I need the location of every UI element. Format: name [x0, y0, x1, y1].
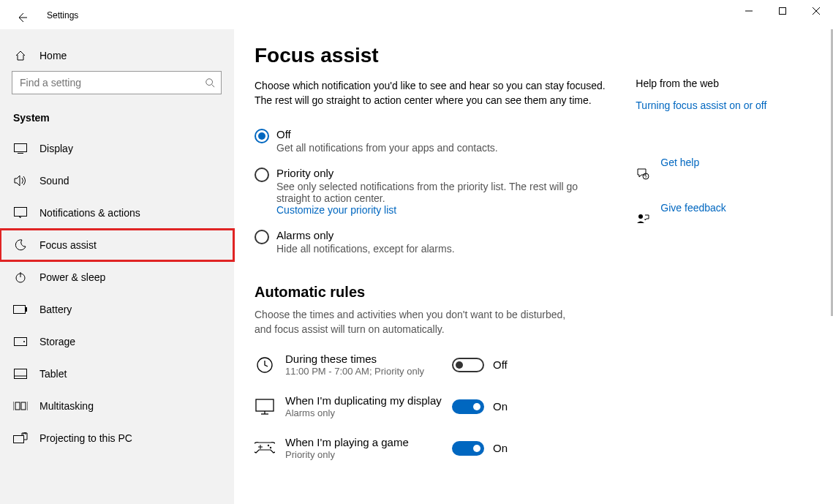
window-title: Settings — [47, 10, 78, 20]
svg-text:?: ? — [645, 175, 648, 179]
svg-point-4 — [206, 79, 213, 86]
sidebar-item-notifications[interactable]: Notifications & actions — [0, 197, 234, 229]
get-help-row[interactable]: ? Get help — [636, 157, 813, 192]
toggle-duplicating-display[interactable] — [452, 399, 484, 414]
svg-point-32 — [638, 214, 643, 219]
feedback-icon — [636, 212, 650, 227]
radio-alarms-only[interactable]: Alarms only Hide all notifications, exce… — [255, 223, 608, 262]
projecting-icon — [13, 431, 28, 445]
sidebar-item-label: Sound — [39, 175, 69, 187]
get-help-link[interactable]: Get help — [660, 157, 699, 168]
storage-icon — [13, 334, 28, 349]
sidebar-item-label: Power & sleep — [39, 271, 105, 283]
svg-rect-6 — [15, 144, 27, 152]
sidebar-item-sound[interactable]: Sound — [0, 165, 234, 197]
chat-help-icon: ? — [636, 167, 650, 181]
maximize-button[interactable] — [766, 0, 799, 22]
sidebar-item-label: Focus assist — [39, 239, 97, 251]
svg-rect-12 — [26, 307, 27, 312]
radio-circle-icon — [255, 230, 269, 244]
sidebar-item-label: Notifications & actions — [39, 207, 140, 219]
notifications-icon — [13, 206, 28, 220]
svg-point-29 — [270, 447, 271, 448]
sidebar-item-tablet[interactable]: Tablet — [0, 358, 234, 390]
home-icon — [13, 50, 28, 61]
minimize-button[interactable] — [732, 0, 766, 22]
svg-rect-11 — [14, 306, 26, 314]
content: Focus assist Choose which notification y… — [234, 29, 833, 504]
page-title: Focus assist — [255, 44, 608, 67]
sidebar-item-label: Battery — [39, 304, 72, 315]
sidebar-item-label: Display — [39, 143, 73, 154]
search-icon — [205, 78, 215, 88]
toggle-state: On — [493, 442, 508, 454]
svg-rect-20 — [21, 402, 26, 410]
back-button[interactable] — [13, 9, 31, 26]
search-input[interactable] — [18, 76, 205, 89]
toggle-during-times[interactable] — [452, 358, 484, 372]
rule-playing-game[interactable]: When I'm playing a game Priority only On — [255, 427, 608, 469]
toggle-state: On — [493, 400, 508, 413]
sidebar: Home System Display Sound Notifications … — [0, 29, 234, 504]
svg-rect-21 — [14, 436, 24, 443]
sidebar-item-storage[interactable]: Storage — [0, 326, 234, 358]
give-feedback-link[interactable]: Give feedback — [660, 202, 726, 214]
radio-off[interactable]: Off Get all notifications from your apps… — [255, 122, 608, 161]
rules-intro: Choose the times and activities when you… — [255, 308, 576, 336]
svg-rect-15 — [15, 369, 27, 379]
sidebar-item-display[interactable]: Display — [0, 132, 234, 165]
help-link[interactable]: Turning focus assist on or off — [636, 99, 813, 111]
radio-desc: Get all notifications from your apps and… — [276, 142, 498, 154]
nav-home-label: Home — [39, 50, 67, 61]
multitasking-icon — [13, 399, 28, 413]
svg-rect-1 — [780, 8, 786, 15]
rule-label: When I'm duplicating my display — [285, 394, 452, 407]
sidebar-item-multitasking[interactable]: Multitasking — [0, 390, 234, 422]
sidebar-item-label: Tablet — [39, 368, 67, 380]
rule-during-times[interactable]: During these times 11:00 PM - 7:00 AM; P… — [255, 344, 608, 385]
customize-priority-link[interactable]: Customize your priority list — [276, 204, 591, 216]
toggle-playing-game[interactable] — [452, 441, 484, 456]
radio-label: Alarms only — [276, 229, 455, 241]
svg-line-5 — [212, 85, 215, 88]
close-button[interactable] — [799, 0, 833, 22]
radio-priority-only[interactable]: Priority only See only selected notifica… — [255, 161, 608, 223]
titlebar: Settings — [0, 0, 833, 29]
monitor-icon — [255, 396, 275, 417]
radio-circle-icon — [255, 168, 269, 182]
svg-rect-23 — [256, 399, 274, 411]
search-box[interactable] — [12, 71, 222, 94]
sidebar-item-label: Projecting to this PC — [39, 432, 132, 444]
main-panel: Focus assist Choose which notification y… — [255, 44, 608, 504]
svg-point-14 — [23, 341, 25, 342]
display-icon — [13, 141, 28, 156]
rule-desc: Alarms only — [285, 407, 452, 418]
rule-duplicating-display[interactable]: When I'm duplicating my display Alarms o… — [255, 385, 608, 427]
svg-rect-19 — [15, 402, 20, 410]
sidebar-item-projecting[interactable]: Projecting to this PC — [0, 422, 234, 454]
sidebar-item-battery[interactable]: Battery — [0, 293, 234, 326]
moon-icon — [13, 238, 28, 252]
radio-label: Off — [276, 128, 498, 140]
toggle-state: Off — [493, 358, 508, 371]
page-intro: Choose which notification you'd like to … — [255, 79, 608, 108]
sidebar-item-focus-assist[interactable]: Focus assist — [0, 229, 234, 261]
rule-desc: 11:00 PM - 7:00 AM; Priority only — [285, 366, 452, 377]
svg-rect-16 — [15, 376, 27, 379]
rule-label: During these times — [285, 353, 452, 365]
scrollbar[interactable] — [829, 29, 833, 504]
sidebar-group-label: System — [0, 102, 234, 132]
sidebar-item-power-sleep[interactable]: Power & sleep — [0, 261, 234, 293]
focus-assist-options: Off Get all notifications from your apps… — [255, 122, 608, 262]
sidebar-item-label: Storage — [39, 336, 75, 347]
nav-home[interactable]: Home — [0, 44, 234, 67]
give-feedback-row[interactable]: Give feedback — [636, 202, 813, 237]
radio-desc: See only selected notifications from the… — [276, 181, 591, 204]
svg-point-28 — [268, 445, 269, 446]
radio-desc: Hide all notifications, except for alarm… — [276, 243, 455, 255]
power-icon — [13, 270, 28, 285]
tablet-icon — [13, 366, 28, 381]
sound-icon — [13, 173, 28, 188]
clock-icon — [255, 355, 275, 375]
help-title: Help from the web — [636, 78, 813, 89]
